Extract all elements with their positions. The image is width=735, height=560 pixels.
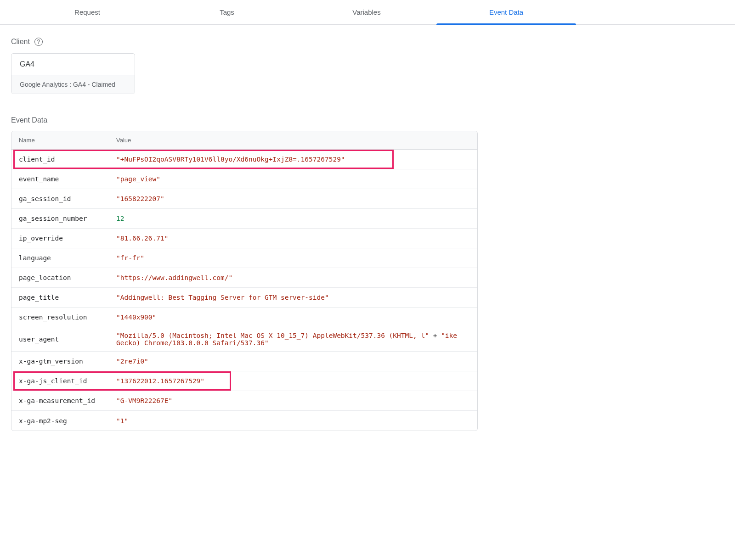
table-row[interactable]: page_location "https://www.addingwell.co… — [11, 268, 477, 288]
cell-value: "81.66.26.71" — [116, 235, 477, 242]
table-row[interactable]: user_agent "Mozilla/5.0 (Macintosh; Inte… — [11, 327, 477, 352]
client-card-title: GA4 — [11, 54, 135, 75]
client-card[interactable]: GA4 Google Analytics : GA4 - Claimed — [11, 53, 135, 94]
tab-label: Tags — [220, 8, 234, 16]
tab-label: Variables — [352, 8, 380, 16]
col-header-name: Name — [11, 137, 116, 144]
table-row[interactable]: ga_session_number 12 — [11, 209, 477, 229]
cell-name: x-ga-measurement_id — [11, 397, 116, 404]
cell-name: ip_override — [11, 235, 116, 242]
cell-name: ga_session_id — [11, 195, 116, 202]
cell-value: "Mozilla/5.0 (Macintosh; Intel Mac OS X … — [116, 332, 477, 347]
table-row[interactable]: ga_session_id "1658222207" — [11, 189, 477, 209]
tab-label: Event Data — [489, 8, 523, 16]
cell-name: event_name — [11, 175, 116, 183]
event-data-section-label: Event Data — [11, 116, 724, 124]
cell-name: ga_session_number — [11, 215, 116, 222]
client-label: Client — [11, 38, 30, 46]
cell-name: page_location — [11, 274, 116, 281]
tab-label: Request — [74, 8, 100, 16]
table-header: Name Value — [11, 131, 477, 150]
table-row[interactable]: x-ga-measurement_id "G-VM9R22267E" — [11, 391, 477, 411]
table-row[interactable]: client_id "+NuFPsOI2qoASV8RTy101V6ll8yo/… — [11, 150, 477, 169]
cell-name: x-ga-js_client_id — [11, 377, 116, 385]
table-row[interactable]: screen_resolution "1440x900" — [11, 308, 477, 327]
cell-name: screen_resolution — [11, 314, 116, 321]
cell-value: "1658222207" — [116, 195, 477, 202]
event-data-table: Name Value client_id "+NuFPsOI2qoASV8RTy… — [11, 131, 478, 431]
table-row[interactable]: language "fr-fr" — [11, 248, 477, 268]
tab-tags[interactable]: Tags — [157, 0, 297, 24]
cell-value: "https://www.addingwell.com/" — [116, 274, 477, 281]
table-row[interactable]: x-ga-gtm_version "2re7i0" — [11, 352, 477, 371]
table-row[interactable]: x-ga-js_client_id "137622012.1657267529" — [11, 371, 477, 391]
cell-value: "2re7i0" — [116, 358, 477, 365]
cell-value: "G-VM9R22267E" — [116, 397, 477, 404]
col-header-value: Value — [116, 137, 477, 144]
cell-name: user_agent — [11, 336, 116, 343]
cell-value: "+NuFPsOI2qoASV8RTy101V6ll8yo/Xd6nuOkg+I… — [116, 156, 477, 163]
cell-name: language — [11, 254, 116, 262]
help-icon[interactable]: ? — [34, 38, 43, 46]
client-card-subtitle: Google Analytics : GA4 - Claimed — [11, 75, 135, 94]
cell-name: x-ga-gtm_version — [11, 358, 116, 365]
cell-value: "fr-fr" — [116, 254, 477, 262]
cell-value: "Addingwell: Best Tagging Server for GTM… — [116, 294, 477, 301]
table-row[interactable]: event_name "page_view" — [11, 169, 477, 189]
cell-value: "1440x900" — [116, 314, 477, 321]
cell-name: page_title — [11, 294, 116, 301]
tab-variables[interactable]: Variables — [297, 0, 436, 24]
cell-value: "page_view" — [116, 175, 477, 183]
cell-name: client_id — [11, 156, 116, 163]
tab-request[interactable]: Request — [17, 0, 157, 24]
tab-event-data[interactable]: Event Data — [436, 0, 576, 24]
client-section-label: Client ? — [11, 38, 724, 46]
cell-value: "137622012.1657267529" — [116, 377, 477, 385]
table-row[interactable]: x-ga-mp2-seg "1" — [11, 411, 477, 431]
content: Client ? GA4 Google Analytics : GA4 - Cl… — [0, 25, 735, 431]
tabs: Request Tags Variables Event Data — [0, 0, 735, 25]
table-body: client_id "+NuFPsOI2qoASV8RTy101V6ll8yo/… — [11, 150, 477, 431]
table-row[interactable]: ip_override "81.66.26.71" — [11, 229, 477, 248]
table-row[interactable]: page_title "Addingwell: Best Tagging Ser… — [11, 288, 477, 308]
cell-value: 12 — [116, 215, 477, 222]
cell-name: x-ga-mp2-seg — [11, 417, 116, 425]
cell-value: "1" — [116, 417, 477, 425]
